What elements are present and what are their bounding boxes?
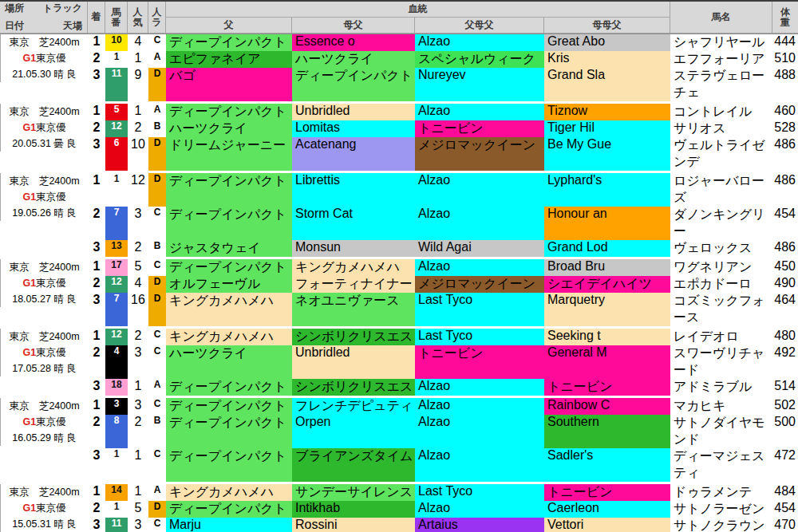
dam-sire-cell: Unbridled: [292, 345, 415, 379]
popularity-cell: 1: [128, 484, 148, 501]
race-date-going: 16.05.29 晴 良: [1, 430, 88, 446]
race-name: G1東京優: [1, 120, 88, 136]
body-weight-cell: 472: [772, 448, 798, 482]
body-weight-cell: 470: [772, 518, 798, 532]
dam-sire-cell: ディープインパクト: [292, 68, 415, 101]
dam-dam-sire-cell: Tiznow: [544, 104, 670, 120]
race-info-cell: 東京 芝2400mG1東京優16.05.29 晴 良: [0, 398, 88, 446]
finish-position-cell: 2: [88, 51, 105, 68]
body-weight-cell: 502: [772, 398, 798, 415]
horse-name-cell: エフフォーリア: [670, 51, 772, 68]
popularity-cell: 1: [128, 51, 148, 68]
sire-dam-sire-cell: Alzao: [415, 34, 544, 51]
horse-number-cell: 11: [105, 518, 128, 532]
dam-dam-sire-cell: Seeking t: [544, 329, 670, 345]
rank-letter-cell: C: [148, 207, 166, 240]
sire-cell: ディープインパクト: [166, 415, 292, 448]
dam-dam-sire-cell: Caerleon: [544, 501, 670, 518]
finish-position-cell: 2: [88, 415, 105, 448]
popularity-cell: 10: [128, 137, 148, 171]
dam-dam-sire-cell: Tiger Hil: [544, 120, 670, 137]
rank-letter-cell: B: [148, 240, 166, 257]
sire-cell: ドリームジャーニー: [166, 137, 292, 171]
race-name: G1東京優: [1, 50, 88, 66]
body-weight-cell: 460: [772, 104, 798, 120]
dam-dam-sire-cell: トニービン: [544, 379, 670, 396]
dam-sire-cell: キングカメハメハ: [292, 259, 415, 276]
finish-position-cell: 2: [88, 345, 105, 379]
popularity-cell: 12: [128, 173, 148, 207]
sire-dam-sire-cell: Alzao: [415, 104, 544, 120]
sire-cell: エピファネイア: [166, 51, 292, 68]
popularity-cell: 2: [128, 415, 148, 448]
race-course-track: 東京 芝2400m: [1, 104, 88, 120]
horse-name-cell: エポカドーロ: [670, 276, 772, 293]
popularity-cell: 4: [128, 276, 148, 293]
horse-name-cell: サリオス: [670, 120, 772, 137]
header-horse-name: 馬名: [670, 2, 772, 33]
race-date-going: 21.05.30 晴 良: [1, 66, 88, 82]
popularity-cell: 1: [128, 104, 148, 120]
horse-number-cell: 1: [105, 51, 128, 68]
sire-cell: ディープインパクト: [166, 259, 292, 276]
dam-sire-cell: Orpen: [292, 415, 415, 448]
rank-letter-cell: D: [148, 68, 166, 101]
popularity-cell: 2: [128, 120, 148, 137]
dam-sire-cell: シンボリクリスエス: [292, 329, 415, 345]
sire-cell: キングカメハメハ: [166, 484, 292, 501]
sire-cell: ディープインパクト: [166, 501, 292, 518]
race-group: 東京 芝2400mG1東京優20.05.31 曇 良151AディープインパクトU…: [0, 104, 798, 173]
finish-position-cell: 2: [88, 276, 105, 293]
sire-dam-sire-cell: トニービン: [415, 345, 544, 379]
race-course-track: 東京 芝2400m: [1, 398, 88, 414]
race-info-cell: 東京 芝2400mG1東京優17.05.28 晴 良: [0, 329, 88, 376]
sire-cell: ディープインパクト: [166, 398, 292, 415]
sire-dam-sire-cell: Alzao: [415, 448, 544, 482]
sire-dam-sire-cell: Last Tyco: [415, 329, 544, 345]
race-info-cell: 東京 芝2400mG1東京優20.05.31 曇 良: [0, 104, 88, 152]
dam-sire-cell: Storm Cat: [292, 207, 415, 240]
finish-position-cell: 3: [88, 379, 105, 396]
race-info-cell: 東京 芝2400mG1東京優21.05.30 晴 良: [0, 34, 88, 82]
header-horse-number: 馬番: [105, 2, 128, 33]
body-weight-cell: 464: [772, 293, 798, 326]
finish-position-cell: 2: [88, 120, 105, 137]
body-weight-cell: 486: [772, 137, 798, 171]
sire-dam-sire-cell: Alzao: [415, 207, 544, 240]
race-date-going: 15.05.31 晴 良: [1, 516, 88, 532]
horse-name-cell: ワグネリアン: [670, 259, 772, 276]
sire-cell: キングカメハメハ: [166, 329, 292, 345]
finish-position-cell: 3: [88, 240, 105, 257]
horse-name-cell: ヴェロックス: [670, 240, 772, 257]
popularity-cell: 2: [128, 240, 148, 257]
popularity-cell: 5: [128, 501, 148, 518]
body-weight-cell: 510: [772, 51, 798, 68]
popularity-cell: 5: [128, 259, 148, 276]
dam-dam-sire-cell: Broad Bru: [544, 259, 670, 276]
dam-dam-sire-cell: Marquetry: [544, 293, 670, 326]
horse-number-cell: 13: [105, 240, 128, 257]
header-place: 場所: [5, 3, 24, 14]
popularity-cell: 9: [128, 68, 148, 101]
finish-position-cell: 3: [88, 518, 105, 532]
body-weight-cell: 488: [772, 68, 798, 101]
finish-position-cell: 3: [88, 137, 105, 171]
body-weight-cell: 484: [772, 484, 798, 501]
sire-cell: オルフェーヴル: [166, 276, 292, 293]
popularity-cell: 3: [128, 345, 148, 379]
body-weight-cell: 492: [772, 345, 798, 379]
race-course-track: 東京 芝2400m: [1, 34, 88, 50]
finish-position-cell: 1: [88, 173, 105, 207]
horse-number-cell: 6: [105, 137, 128, 171]
header-date: 日付: [5, 21, 24, 31]
dam-sire-cell: Librettis: [292, 173, 415, 207]
dam-dam-sire-cell: Grand Sla: [544, 68, 670, 101]
sire-dam-sire-cell: Last Tyco: [415, 293, 544, 326]
sire-cell: ディープインパクト: [166, 207, 292, 240]
horse-name-cell: サトノダイヤモンド: [670, 415, 772, 448]
grade-badge: G1: [22, 191, 36, 203]
grade-badge: G1: [22, 416, 36, 428]
race-name: G1東京優: [1, 345, 88, 361]
table-header: 場所トラック 日付天場 着 馬番 人気 人ラ 血統 馬名 体重 父 母父 父母父…: [0, 0, 798, 34]
race-group: 東京 芝2400mG1東京優15.05.31 晴 良1141Aキングカメハメハサ…: [0, 484, 798, 532]
